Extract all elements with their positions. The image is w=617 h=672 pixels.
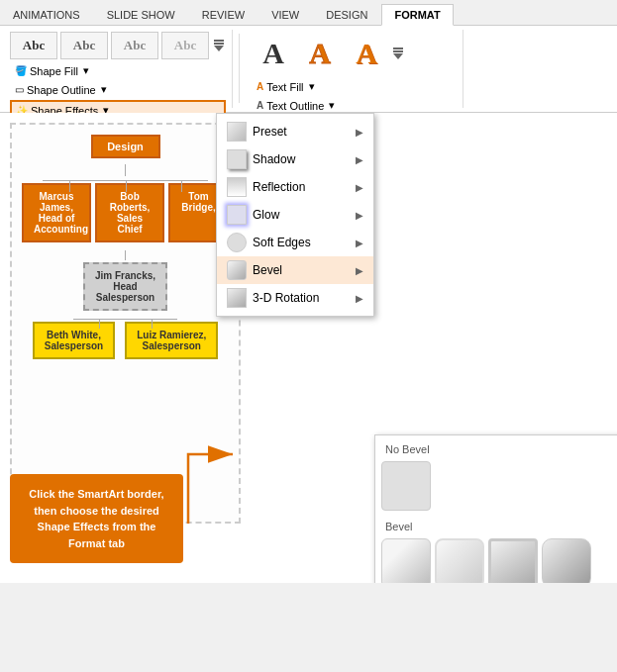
- wordart-styles-group: A A A A Text Fill ▾ A Text Outline ▾ A T…: [246, 30, 463, 108]
- shape-style-btn-2[interactable]: Abc: [60, 32, 108, 59]
- bevel-submenu: No Bevel Bevel ⬡ 3-D Options: [374, 434, 617, 583]
- beth-white-box[interactable]: Beth White,Salesperson: [33, 322, 115, 359]
- bevel-item[interactable]: Bevel ▶: [217, 256, 373, 284]
- shadow-item[interactable]: Shadow ▶: [217, 145, 373, 173]
- luiz-ramierez-box[interactable]: Luiz Ramierez,Salesperson: [125, 322, 218, 359]
- divider-1: [239, 34, 240, 103]
- no-bevel-label: No Bevel: [381, 441, 615, 457]
- ribbon-body: Abc Abc Abc Abc 🪣 Shape Fill ▾ ▭ Shape O…: [0, 26, 617, 113]
- shape-styles-more-btn[interactable]: [212, 32, 226, 59]
- no-bevel-btn[interactable]: [381, 461, 431, 511]
- preset-item[interactable]: Preset ▶: [217, 118, 373, 145]
- bob-roberts-box[interactable]: Bob Roberts,Sales Chief: [95, 183, 164, 242]
- jim-francks-box[interactable]: Jim Francks,HeadSalesperson: [83, 262, 167, 311]
- callout-arrow-svg: [183, 434, 262, 533]
- design-box[interactable]: Design: [91, 135, 160, 158]
- soft-edges-item[interactable]: Soft Edges ▶: [217, 229, 373, 256]
- glow-item[interactable]: Glow ▶: [217, 201, 373, 229]
- tab-animations[interactable]: ANIMATIONS: [0, 4, 93, 25]
- wordart-btn-a1[interactable]: A: [252, 32, 295, 75]
- shape-effects-dropdown: Preset ▶ Shadow ▶ Reflection ▶ Glow ▶ So…: [216, 113, 374, 317]
- tab-view[interactable]: VIEW: [258, 4, 312, 25]
- bevel-btn-1[interactable]: [381, 538, 431, 583]
- 3d-rotation-item[interactable]: 3-D Rotation ▶: [217, 284, 373, 312]
- wordart-more-btn[interactable]: [391, 48, 405, 59]
- bevel-btn-4[interactable]: [542, 538, 591, 583]
- shape-fill-btn[interactable]: 🪣 Shape Fill ▾: [10, 61, 226, 80]
- text-fill-btn[interactable]: A Text Fill ▾: [252, 77, 457, 96]
- bevel-label: Bevel: [381, 519, 615, 534]
- main-content: Design Marcus James,Head ofAccounting Bo…: [0, 113, 617, 583]
- shape-outline-btn[interactable]: ▭ Shape Outline ▾: [10, 80, 226, 99]
- tab-format[interactable]: FORMAT: [381, 4, 453, 26]
- shape-styles-group: Abc Abc Abc Abc 🪣 Shape Fill ▾ ▭ Shape O…: [4, 30, 233, 108]
- shape-style-btn-4[interactable]: Abc: [161, 32, 209, 59]
- marcus-james-box[interactable]: Marcus James,Head ofAccounting: [22, 183, 91, 242]
- ribbon-tabs-bar: ANIMATIONS SLIDE SHOW REVIEW VIEW DESIGN…: [0, 0, 617, 26]
- bevel-btn-2[interactable]: [435, 538, 484, 583]
- shape-style-btn-3[interactable]: Abc: [111, 32, 158, 59]
- reflection-item[interactable]: Reflection ▶: [217, 173, 373, 201]
- wordart-btn-a3[interactable]: A: [345, 32, 388, 75]
- wordart-btn-a2[interactable]: A: [298, 32, 342, 75]
- tab-review[interactable]: REVIEW: [189, 4, 257, 25]
- bevel-btn-3[interactable]: [488, 538, 538, 583]
- tab-slideshow[interactable]: SLIDE SHOW: [94, 4, 188, 25]
- tab-design[interactable]: DESIGN: [313, 4, 380, 25]
- callout-box: Click the SmartArt border, then choose t…: [10, 474, 183, 563]
- shape-style-btn-1[interactable]: Abc: [10, 32, 57, 59]
